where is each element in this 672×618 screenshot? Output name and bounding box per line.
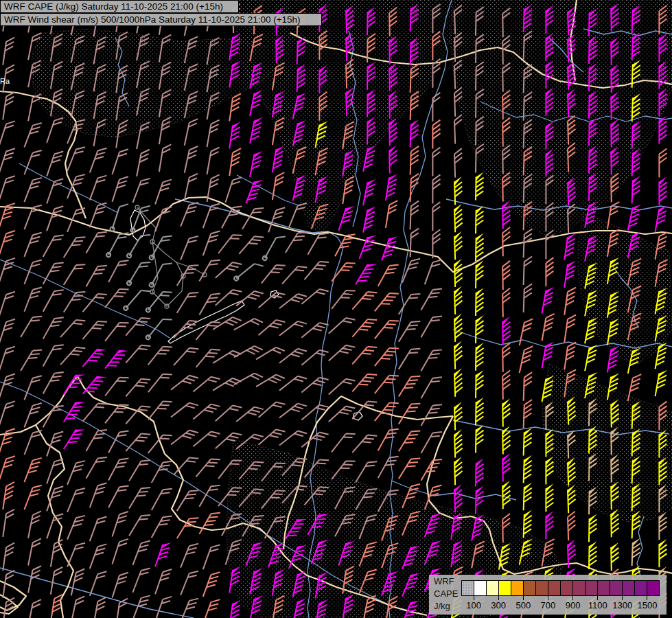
- wind-barb: [199, 256, 220, 285]
- legend-units-label: J/kg: [434, 600, 458, 613]
- wind-barb: [546, 483, 553, 512]
- wind-barb: [542, 341, 554, 369]
- wind-barb: [432, 202, 440, 231]
- legend-color-cell: [462, 581, 474, 595]
- wind-barb: [273, 145, 284, 174]
- wind-barb: [181, 200, 198, 229]
- wind-barb: [112, 536, 128, 566]
- wind-barb: [126, 375, 150, 402]
- wind-barb: [90, 146, 107, 175]
- wind-barb: [632, 538, 640, 566]
- wind-barb: [476, 343, 484, 371]
- wind-barb: [542, 286, 554, 314]
- wind-barb: [332, 286, 356, 314]
- wind-barb: [502, 343, 511, 372]
- wind-barb: [421, 346, 442, 375]
- wind-barb: [177, 261, 199, 289]
- wind-barb: [83, 399, 107, 426]
- wind-barb: [279, 345, 307, 369]
- wind-barb: [229, 599, 241, 618]
- wind-barb: [502, 288, 511, 317]
- wind-barb: [524, 256, 532, 285]
- legend-color-cell: [623, 581, 635, 595]
- wind-barb: [3, 508, 14, 538]
- wind-barb: [375, 289, 399, 317]
- wind-barb: [83, 345, 107, 371]
- wind-barb: [301, 286, 328, 310]
- wind-barb: [126, 258, 150, 289]
- wind-barb: [28, 537, 41, 566]
- wind-barb: [399, 372, 421, 400]
- wind-barb: [352, 288, 377, 314]
- legend-color-cell: [548, 581, 561, 595]
- wind-barb: [67, 485, 85, 515]
- wind-barb: [363, 178, 376, 207]
- wind-barb: [83, 372, 107, 398]
- legend-tick-label: 500: [509, 600, 537, 610]
- wind-barb: [524, 428, 532, 456]
- wind-barb: [24, 483, 41, 512]
- wind-barb: [90, 514, 107, 544]
- wind-barb: [28, 598, 41, 618]
- wind-barb: [568, 512, 576, 540]
- wind-barb: [421, 374, 442, 402]
- wind-barb: [137, 148, 150, 178]
- wind-barb: [564, 314, 576, 343]
- wind-barb: [3, 542, 14, 571]
- wind-barb: [213, 348, 241, 370]
- legend-color-cell: [511, 581, 524, 595]
- legend-color-cell: [586, 581, 598, 595]
- weather-map-stage: WRF CAPE (J/kg) Saturday 11-10-2025 21:0…: [0, 0, 672, 618]
- wind-barb: [181, 541, 198, 571]
- wind-barb: [329, 402, 356, 427]
- wind-barb: [375, 344, 399, 371]
- wind-barb: [171, 372, 198, 396]
- wind-barb: [199, 481, 220, 510]
- wind-barb: [399, 400, 421, 428]
- wind-barb: [585, 343, 598, 372]
- wind-barb: [502, 398, 511, 426]
- wind-barb: [83, 290, 107, 317]
- wind-barb: [279, 373, 307, 397]
- wind-barb: [454, 148, 463, 177]
- wind-barb: [64, 426, 85, 454]
- wind-barb: [359, 233, 376, 262]
- wind-barb: [242, 204, 264, 233]
- wind-barb: [112, 147, 128, 176]
- wind-barb: [301, 428, 328, 453]
- legend-color-cell: [536, 581, 548, 595]
- wind-barb: [0, 201, 15, 231]
- wind-barb: [564, 341, 576, 371]
- wind-barb: [476, 205, 484, 233]
- wind-barb: [3, 36, 14, 66]
- weather-map-canvas: [0, 0, 672, 618]
- wind-barb: [0, 289, 15, 319]
- wind-barb: [476, 260, 484, 288]
- wind-barb: [155, 540, 172, 569]
- wind-barb: [476, 425, 484, 453]
- wind-barb: [0, 344, 15, 374]
- wind-barb: [421, 428, 442, 457]
- wind-barb: [24, 203, 41, 232]
- wind-barb: [24, 148, 41, 177]
- wind-barb: [132, 176, 150, 205]
- wind-barb: [24, 120, 41, 150]
- wind-barb: [0, 454, 15, 483]
- legend-color-cell: [487, 581, 499, 595]
- wind-barb: [3, 481, 14, 510]
- wind-barb: [520, 345, 533, 374]
- wind-barb: [155, 566, 172, 596]
- wind-barb: [181, 569, 198, 598]
- wind-barb: [43, 286, 64, 315]
- wind-barb: [71, 595, 84, 618]
- wind-barb: [410, 146, 419, 175]
- wind-barb: [218, 231, 242, 258]
- wind-barb: [378, 426, 399, 455]
- wind-barb: [375, 317, 399, 344]
- wind-barb: [352, 315, 377, 342]
- wind-barb: [177, 514, 199, 542]
- map-place-label: Ra: [0, 77, 10, 85]
- wind-barb: [0, 174, 15, 203]
- wind-barb: [43, 369, 64, 398]
- wind-barb: [273, 171, 284, 201]
